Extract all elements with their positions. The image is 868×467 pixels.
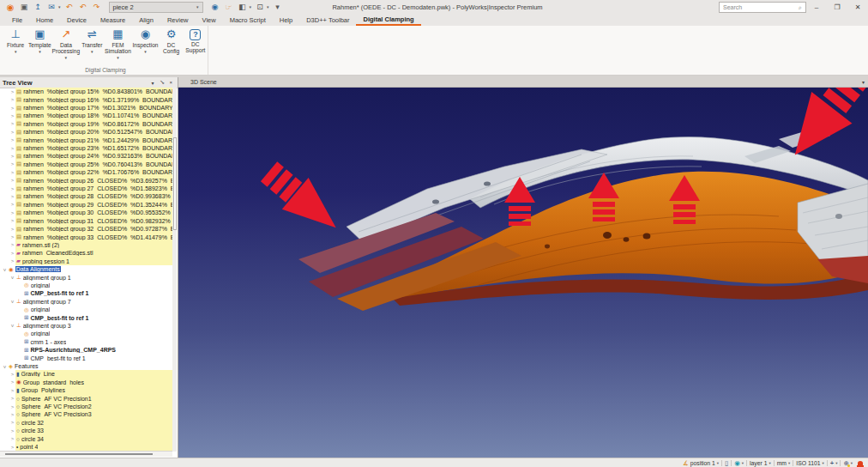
tree-row[interactable]: >○Sphere_AF VC Precision3 xyxy=(0,410,172,418)
expander-icon[interactable]: > xyxy=(9,106,15,111)
tree-row[interactable]: >○circle 33 xyxy=(0,427,172,434)
lock-icon[interactable]: ◧ xyxy=(238,2,248,12)
template-button[interactable]: ▣Template▾ xyxy=(27,26,51,54)
tab-d3d-toolbar[interactable]: D3D++ Toolbar xyxy=(299,15,356,26)
coordinate-system-selector[interactable]: ⊕ ▾ xyxy=(841,458,855,467)
tree-row[interactable]: ⊞CMP_best-fit to ref 1 xyxy=(0,289,172,297)
tree-row[interactable]: >▮Group_Polylines xyxy=(0,386,172,394)
notifications-button[interactable] xyxy=(855,458,865,467)
close-button[interactable]: ✕ xyxy=(847,0,868,14)
tab-3d-scene[interactable]: 3D Scene xyxy=(178,79,862,85)
dc-config-button[interactable]: ⚙DC Config xyxy=(159,26,183,54)
tree-row[interactable]: >▤rahmen_%object group 31_CLOSED%_%D0.98… xyxy=(0,217,172,225)
tree-row[interactable]: >▤rahmen_%object group 22%_%D1.70676%_BO… xyxy=(0,168,172,176)
expander-icon[interactable]: > xyxy=(9,194,15,199)
viewer-icon[interactable]: ◉ xyxy=(210,2,220,12)
tree-row[interactable]: v⊥alignment group 1 xyxy=(0,273,172,281)
import-icon[interactable]: ↥ xyxy=(33,2,43,12)
expander-icon[interactable]: > xyxy=(9,202,15,207)
redo-icon[interactable]: ↷ xyxy=(92,2,102,12)
tree-row[interactable]: >○Sphere_AF VC Precision1 xyxy=(0,394,172,402)
expander-icon[interactable]: > xyxy=(9,161,15,167)
tree-row[interactable]: >▤rahmen_%object group 15%_%D0.843801%_B… xyxy=(0,88,172,95)
tree-vertical-scrollbar[interactable] xyxy=(172,88,177,452)
tab-file[interactable]: File xyxy=(5,15,29,26)
tree-row[interactable]: ◎original xyxy=(0,306,172,313)
report-button[interactable]: ▯ xyxy=(722,458,731,467)
expander-icon[interactable]: > xyxy=(9,130,15,135)
tab-measure[interactable]: Measure xyxy=(93,15,132,26)
tree-row[interactable]: >▤rahmen_%object group 27_CLOSED%_%D1.58… xyxy=(0,185,172,192)
scrollbar-thumb[interactable] xyxy=(173,137,177,230)
expander-icon[interactable]: > xyxy=(9,412,15,417)
tree-row[interactable]: >▰probing session 1 xyxy=(0,258,172,265)
tab-view[interactable]: View xyxy=(196,15,223,26)
tree-row[interactable]: >▤rahmen_%object group 20%_%D0.512547%_B… xyxy=(0,128,172,136)
tree-row[interactable]: v⊥alignment group 7 xyxy=(0,298,172,306)
expander-icon[interactable]: > xyxy=(9,89,15,94)
inspection-button[interactable]: ◉Inspection▾ xyxy=(131,26,159,54)
tree-row[interactable]: >▰rahmen_CleanedEdges.stl xyxy=(0,249,172,257)
tree-row[interactable]: >○circle 32 xyxy=(0,419,172,427)
layer-selector[interactable]: layer 1 ▾ xyxy=(747,458,774,467)
tree-row[interactable]: >▤rahmen_%object group 18%_%D1.10741%_BO… xyxy=(0,112,172,119)
expander-icon[interactable]: > xyxy=(9,113,15,118)
expander-icon[interactable]: v xyxy=(9,275,15,280)
data-processing-button[interactable]: ↗Data Processing▾ xyxy=(52,26,81,60)
sync-selector[interactable]: ◉ ▾ xyxy=(732,458,746,467)
expander-icon[interactable]: > xyxy=(9,234,15,240)
undo-all-icon[interactable]: ↶ xyxy=(78,2,88,12)
tab-home[interactable]: Home xyxy=(29,15,60,26)
expander-icon[interactable]: > xyxy=(9,227,15,232)
tree-row[interactable]: >○circle 34 xyxy=(0,434,172,442)
expander-icon[interactable]: > xyxy=(9,388,15,393)
expander-icon[interactable]: > xyxy=(9,218,15,223)
tree-row[interactable]: >▤rahmen_%object group 17%_%D1.3021%_BOU… xyxy=(0,104,172,112)
polyworks-logo-icon[interactable]: ◉ xyxy=(5,2,15,12)
maximize-button[interactable]: ❐ xyxy=(827,0,847,14)
undo-icon[interactable]: ↶ xyxy=(64,2,75,12)
tab-align[interactable]: Align xyxy=(132,15,160,26)
expander-icon[interactable]: > xyxy=(9,154,15,159)
expander-icon[interactable]: > xyxy=(9,170,15,175)
dc-support-button[interactable]: ?DC Support xyxy=(184,26,208,53)
tree-row[interactable]: >•point 4 xyxy=(0,443,172,451)
tree-row[interactable]: ⊞CMP_best-fit to ref 1 xyxy=(0,354,172,361)
transfer-button[interactable]: ⇌Transfer▾ xyxy=(80,26,104,54)
scene-tab-menu-icon[interactable]: ▾ xyxy=(862,79,868,85)
expander-icon[interactable]: > xyxy=(9,445,15,450)
tree-row[interactable]: >▤rahmen_%object group 25%_%D0.760413%_B… xyxy=(0,161,172,168)
tree-row[interactable]: v◉Data Alignments xyxy=(0,265,172,273)
tree-row[interactable]: >▤rahmen_%object group 24%_%D0.932163%_B… xyxy=(0,152,172,160)
minimize-button[interactable]: – xyxy=(806,0,827,14)
close-icon[interactable]: × xyxy=(166,80,175,85)
fem-simulation-button[interactable]: ▦FEM Simulation▾ xyxy=(104,26,131,60)
tree-row[interactable]: >▤rahmen_%object group 21%_%D1.24429%_BO… xyxy=(0,136,172,143)
device-settings-icon[interactable]: ⊡ xyxy=(255,2,265,12)
expander-icon[interactable]: > xyxy=(9,258,15,264)
expander-icon[interactable]: > xyxy=(9,121,15,126)
expander-icon[interactable]: > xyxy=(9,97,15,102)
expander-icon[interactable]: > xyxy=(9,428,15,434)
save-icon[interactable]: ▣ xyxy=(19,2,29,12)
expander-icon[interactable]: > xyxy=(9,137,15,143)
tree-row[interactable]: >▤rahmen_%object group 30_CLOSED%_%D0.95… xyxy=(0,209,172,216)
fixture-button[interactable]: ⊥Fixture▾ xyxy=(3,26,27,54)
expander-icon[interactable]: > xyxy=(9,178,15,183)
tree-row[interactable]: ⊞cmm 1 - axes xyxy=(0,338,172,346)
expander-icon[interactable]: > xyxy=(9,146,15,151)
tree-row[interactable]: >▤rahmen_%object group 19%_%D0.86172%_BO… xyxy=(0,120,172,128)
3d-viewport[interactable] xyxy=(178,88,868,458)
expander-icon[interactable]: > xyxy=(9,372,15,377)
tree-row[interactable]: >▤rahmen_%object group 28_CLOSED%_%D0.99… xyxy=(0,192,172,200)
share-icon[interactable]: ✉ xyxy=(46,2,57,12)
tree-row[interactable]: ⊞RPS-Ausrichtung_CMP_4RPS xyxy=(0,346,172,354)
tree-row[interactable]: >▰rahmen.stl (2) xyxy=(0,241,172,249)
expander-icon[interactable]: > xyxy=(9,404,15,409)
tab-help[interactable]: Help xyxy=(273,15,299,26)
tree-row[interactable]: >○Sphere_AF VC Precision2 xyxy=(0,403,172,410)
expander-icon[interactable]: > xyxy=(9,436,15,441)
tree-row[interactable]: >▮Gravity_Line xyxy=(0,370,172,378)
tree-row[interactable]: >▤rahmen_%object group 16%_%D1.37199%_BO… xyxy=(0,95,172,103)
expander-icon[interactable]: > xyxy=(9,379,15,385)
